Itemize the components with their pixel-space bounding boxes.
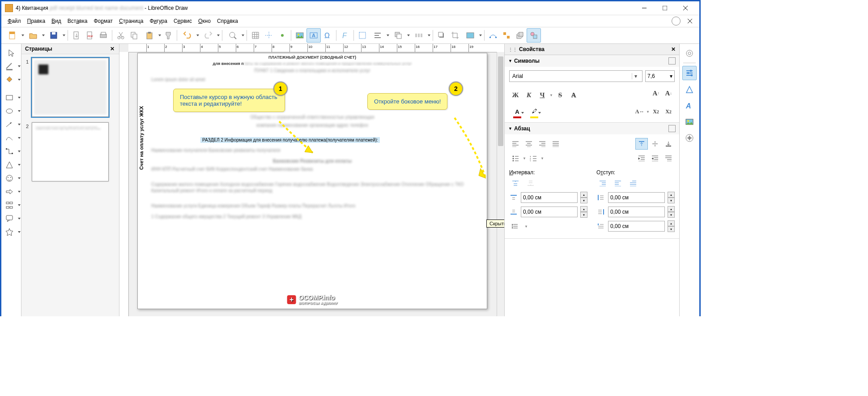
page-thumbnail-2[interactable]: 2 Lorem ipsum dolor sit amet consectetur… [32, 122, 109, 181]
zoom-button[interactable] [224, 29, 245, 42]
vertical-ruler[interactable] [119, 52, 129, 316]
ellipse-tool[interactable] [1, 105, 21, 117]
fill-color-tool[interactable] [1, 73, 21, 86]
menu-help[interactable]: Справка [214, 17, 241, 26]
insert-image-button[interactable] [293, 29, 306, 42]
font-name-combo[interactable]: Arial▾ [509, 70, 642, 82]
page-thumbnail-1[interactable]: 1 [32, 58, 109, 117]
valign-middle-button[interactable] [649, 138, 661, 150]
bullet-list-button[interactable] [509, 152, 522, 164]
menu-file[interactable]: Файл [5, 17, 24, 26]
undo-button[interactable] [179, 29, 200, 42]
export-button[interactable] [70, 29, 83, 42]
distribute-button[interactable] [410, 29, 431, 42]
italic-button[interactable]: К [523, 89, 535, 101]
pages-panel-close[interactable]: ✕ [109, 46, 115, 52]
basic-shapes-tool[interactable] [1, 159, 21, 171]
indent-after-input[interactable]: 0,00 см [608, 207, 665, 217]
open-button[interactable] [25, 29, 45, 42]
indent-increase-icon-btn[interactable] [596, 177, 609, 189]
shadow-button[interactable] [435, 29, 448, 42]
sidebar-styles-button[interactable]: A [683, 99, 696, 112]
snap-guides-button[interactable] [262, 29, 276, 42]
font-color-button[interactable]: A [509, 108, 525, 119]
shadow-button[interactable]: A [567, 89, 580, 101]
menu-tools[interactable]: Сервис [171, 17, 195, 26]
minimize-button[interactable] [634, 1, 655, 15]
connector-tool[interactable] [1, 145, 21, 158]
properties-panel-close[interactable]: ✕ [671, 46, 676, 52]
special-char-button[interactable]: Ω [321, 29, 334, 42]
copy-button[interactable] [128, 29, 141, 42]
text-box-button[interactable]: A [306, 28, 321, 43]
sidebar-navigator-button[interactable] [683, 131, 696, 145]
increase-indent-button[interactable] [635, 152, 648, 164]
align-button[interactable] [369, 29, 390, 42]
hanging-indent-button[interactable] [662, 152, 675, 164]
callout-tool[interactable] [1, 212, 21, 225]
arrange-button[interactable] [390, 29, 410, 42]
glue-points-button[interactable] [500, 29, 513, 42]
menu-shape[interactable]: Фигура [147, 17, 170, 26]
grid-button[interactable] [249, 29, 262, 42]
selected-text[interactable]: РАЗДЕЛ 2 Информация для внесения получат… [200, 137, 380, 143]
align-center-button[interactable] [523, 138, 535, 150]
valign-top-button[interactable] [635, 138, 648, 150]
cut-button[interactable] [114, 29, 128, 42]
glue-button[interactable] [276, 29, 289, 42]
menu-page[interactable]: Страница [116, 17, 146, 26]
menu-window[interactable]: Окно [196, 17, 213, 26]
menu-insert[interactable]: Вставка [65, 17, 90, 26]
paste-button[interactable] [141, 29, 162, 42]
section-para-popout[interactable] [668, 125, 676, 132]
sidebar-properties-button[interactable] [682, 66, 697, 80]
arrow-line-tool[interactable] [1, 118, 21, 131]
symbol-shapes-tool[interactable] [1, 172, 21, 185]
sidebar-gallery-button[interactable] [683, 115, 696, 129]
flowchart-tool[interactable] [1, 199, 21, 211]
number-list-button[interactable]: 123 [527, 152, 540, 164]
filter-button[interactable] [462, 29, 482, 42]
stars-tool[interactable] [1, 226, 21, 238]
vertical-scrollbar[interactable] [497, 52, 504, 316]
curve-tool[interactable] [1, 132, 21, 144]
edit-points-button[interactable] [486, 29, 500, 42]
highlight-color-button[interactable]: 🖍 [526, 108, 542, 119]
space-below-input[interactable]: 0,00 см [521, 207, 578, 217]
align-right-button[interactable] [536, 138, 549, 150]
space-above-input[interactable]: 0,00 см [521, 192, 578, 203]
indent-before-input[interactable]: 0,00 см [608, 192, 665, 203]
select-tool[interactable] [3, 47, 19, 59]
increase-font-button[interactable]: A↑ [650, 87, 662, 99]
clone-format-button[interactable] [162, 29, 175, 42]
doc-close-button[interactable] [684, 16, 696, 26]
indent-decrease-icon-btn[interactable] [612, 177, 624, 189]
strike-button[interactable]: S [554, 89, 566, 101]
menu-edit[interactable]: Правка [25, 17, 48, 26]
subscript-button[interactable]: X2 [662, 106, 675, 117]
decrease-font-button[interactable]: A↓ [662, 87, 675, 99]
rectangle-tool[interactable] [1, 91, 21, 104]
language-button[interactable] [672, 17, 681, 26]
crop-button[interactable] [448, 29, 462, 42]
section-chars-popout[interactable] [668, 57, 676, 65]
valign-bottom-button[interactable] [662, 138, 675, 150]
underline-button[interactable]: Ч [536, 89, 549, 101]
font-size-combo[interactable]: 7,6▾ [645, 70, 675, 82]
redo-button[interactable] [200, 29, 220, 42]
close-button[interactable] [675, 1, 696, 15]
maximize-button[interactable] [655, 1, 675, 15]
sidebar-shapes-button[interactable] [683, 83, 696, 96]
menu-view[interactable]: Вид [49, 17, 64, 26]
align-left-button[interactable] [509, 138, 522, 150]
block-arrows-tool[interactable] [1, 185, 21, 198]
space-below-increase-icon[interactable] [524, 177, 537, 189]
horizontal-ruler[interactable]: 12345678910111213141516171819 [128, 44, 504, 52]
line-spacing-button[interactable] [509, 220, 522, 232]
menu-format[interactable]: Формат [91, 17, 115, 26]
export-pdf-button[interactable]: PDF [83, 29, 97, 42]
section-characters-header[interactable]: ▼Символы [505, 55, 679, 67]
space-above-increase-icon[interactable] [509, 177, 522, 189]
section-paragraph-header[interactable]: ▼Абзац [505, 123, 679, 134]
indent-firstline-input[interactable]: 0,00 см [608, 221, 665, 232]
